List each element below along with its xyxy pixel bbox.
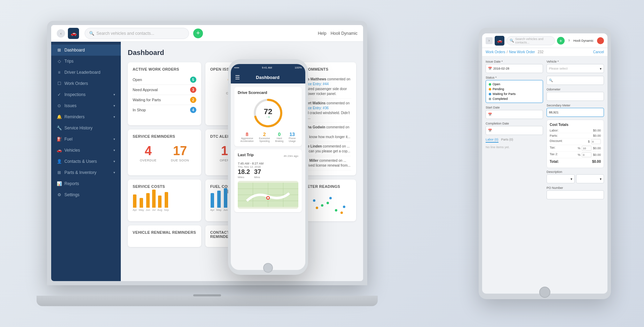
sidebar-item-inspections[interactable]: ✓ Inspections ▾: [51, 89, 121, 100]
start-date-input[interactable]: 📅: [486, 110, 543, 119]
status-option-open[interactable]: Open: [487, 82, 541, 87]
status-option-waiting[interactable]: Waiting for Parts: [487, 91, 541, 96]
app-main: ⊞ Dashboard ◇ Trips ≡ Driver Leaderboard: [51, 42, 363, 281]
sidebar-item-reports[interactable]: 📊 Reports: [51, 178, 121, 189]
metric-speeding-value: 2: [259, 131, 270, 137]
status-dot-waiting: [489, 93, 491, 95]
calendar-icon-completion: 📅: [488, 129, 492, 132]
tab-parts[interactable]: Parts (0): [501, 138, 513, 143]
no-items-text: No line items yet.: [486, 145, 543, 149]
status-dot-open: [489, 83, 491, 86]
breadcrumb-new-work-order[interactable]: New Work Order: [509, 50, 535, 54]
bar-sc-Apr: [133, 194, 136, 208]
sidebar-item-trips[interactable]: ◇ Trips: [51, 56, 121, 67]
sidebar-item-dashboard[interactable]: ⊞ Dashboard: [51, 45, 121, 56]
scatter-dot: [335, 209, 337, 212]
po-number-input[interactable]: [547, 190, 604, 199]
secondary-meter-input[interactable]: 88,921: [547, 108, 604, 117]
phone-dashboard-title: Dashboard: [240, 75, 296, 80]
tablet-toggle-btn[interactable]: ›: [486, 37, 493, 44]
sidebar-item-work-orders[interactable]: ☐ Work Orders: [51, 78, 121, 89]
tax2-value-input[interactable]: 0: [582, 152, 591, 157]
reminders-due-soon-block: 17 DUE SOON: [171, 145, 189, 162]
completion-date-input[interactable]: 📅: [486, 126, 543, 135]
cost-parts-value: $0.00: [593, 134, 601, 137]
breadcrumb-sep: /: [507, 50, 508, 54]
metric-phone: 13 PhoneUsage: [289, 131, 296, 143]
tax-value-input[interactable]: 10: [582, 146, 591, 151]
cost-discount-row: Discount: $ 0: [550, 138, 601, 145]
bar-fc-Apr: [211, 193, 214, 208]
metric-braking: 0 HardBraking: [275, 131, 284, 143]
sidebar-item-settings[interactable]: ⚙ Settings: [51, 189, 121, 200]
sidebar-item-reminders[interactable]: 🔔 Reminders ▾: [51, 111, 121, 122]
cost-parts-row: Parts: $0.00: [550, 133, 601, 138]
po-number-label: PO Number: [547, 186, 604, 190]
odometer-input[interactable]: [547, 92, 604, 101]
sidebar-item-issues[interactable]: ⊙ Issues ▾: [51, 100, 121, 111]
calendar-icon-start: 📅: [488, 113, 492, 116]
wo-open-badge: 5: [190, 77, 196, 83]
bar-label-fc-Jun: Jun: [223, 208, 228, 212]
vehicle-select[interactable]: Please select ▾: [547, 64, 604, 73]
sidebar-label-work-orders: Work Orders: [64, 81, 88, 86]
sidebar-item-contacts-users[interactable]: 👤 Contacts & Users ▾: [51, 156, 121, 167]
add-button[interactable]: +: [193, 29, 203, 38]
metric-speeding-label: ExcessiveSpeeding: [259, 137, 270, 143]
sidebar-item-parts-inventory[interactable]: ⊞ Parts & Inventory ▾: [51, 167, 121, 178]
tablet-home-button[interactable]: [539, 287, 550, 298]
total-value: $0.00: [592, 160, 601, 164]
settings-icon: ⚙: [57, 192, 62, 197]
tablet-search[interactable]: 🔍 Search vehicles and contacts...: [506, 36, 555, 45]
tablet-org: Hooli Dynamic: [573, 39, 594, 42]
phone-menu-icon[interactable]: ☰: [235, 74, 240, 81]
active-work-orders-card: Active Work Orders Open 5 Need Approval …: [128, 62, 201, 125]
bar-group-fc-Apr: Apr: [210, 193, 214, 212]
tabs-area: Labor (0) Parts (0): [486, 138, 543, 143]
scatter-dot: [340, 212, 343, 214]
discount-value-input[interactable]: 0: [591, 139, 601, 144]
bar-label-sc-Jun: Jun: [146, 208, 150, 212]
tablet-user-avatar[interactable]: [597, 37, 604, 44]
help-link[interactable]: Help: [318, 31, 327, 36]
sidebar-label-trips: Trips: [64, 59, 73, 64]
sidebar-item-vehicles[interactable]: 🚗 Vehicles ▾: [51, 145, 121, 156]
sidebar-item-service-history[interactable]: 🔧 Service History: [51, 122, 121, 134]
search-bar[interactable]: 🔍 Search vehicles and contacts...: [85, 28, 189, 39]
sidebar-item-fuel[interactable]: ⛽ Fuel ▾: [51, 134, 121, 145]
bar-label-fc-Apr: Apr: [210, 208, 214, 212]
issue-date-input[interactable]: 📅 2016-02-28: [486, 64, 543, 73]
cancel-button[interactable]: Cancel: [593, 50, 604, 54]
bar-sc-Jul: [152, 190, 156, 208]
status-option-pending[interactable]: Pending: [487, 87, 541, 91]
tab-labor[interactable]: Labor (0): [486, 138, 498, 143]
metric-phone-label: PhoneUsage: [289, 137, 296, 143]
start-date-group: Start Date 📅: [486, 106, 543, 119]
back-button[interactable]: ‹: [57, 29, 65, 38]
description-select-1[interactable]: ▾: [547, 174, 575, 183]
completion-date-group: Completion Date 📅: [486, 122, 543, 135]
tax-amount: $0.00: [593, 146, 601, 150]
last-trip-header: Last Trip 4h 23m ago: [238, 153, 298, 160]
breadcrumb-id: 232: [538, 50, 544, 54]
description-select-2[interactable]: ▾: [576, 174, 604, 183]
reminders-overdue-block: 4 OVERDUE: [140, 145, 157, 162]
phone-body: ▪▪▪▪▪ 9:41 AM 100% ☰ Dashboard Drive Sco…: [228, 59, 308, 275]
secondary-meter-value: 88,921: [549, 111, 559, 114]
wo-open: Open 5: [133, 75, 196, 85]
phone-home-button[interactable]: [263, 263, 273, 273]
phone-time: 9:41 AM: [262, 66, 272, 69]
status-option-completed[interactable]: Completed: [487, 96, 541, 101]
sidebar-item-driver-leaderboard[interactable]: ≡ Driver Leaderboard: [51, 67, 121, 78]
phone-content: Drive Scorecard 72 ↑ 8: [231, 83, 305, 270]
tablet-add-btn[interactable]: +: [557, 37, 565, 45]
start-date-label: Start Date: [486, 106, 543, 109]
score-value: 72: [264, 108, 272, 115]
tablet-help[interactable]: ?: [568, 39, 570, 42]
tax-prefix: %: [578, 146, 580, 150]
breadcrumb-work-orders[interactable]: Work Orders: [486, 50, 505, 54]
bar-group-sc-Jun: Jun: [146, 193, 150, 212]
vehicle-search-input[interactable]: 🔍: [547, 76, 604, 85]
status-dropdown[interactable]: Open Pending Waiting for Parts: [486, 80, 543, 103]
cost-labor-value: $0.00: [593, 129, 601, 132]
